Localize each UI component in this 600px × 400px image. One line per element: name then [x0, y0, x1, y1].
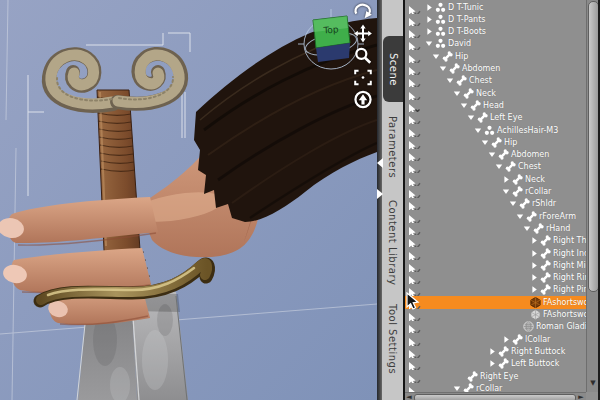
expand-closed-icon[interactable]: [502, 335, 510, 344]
expand-open-icon[interactable]: [481, 138, 489, 147]
scene-tree-row[interactable]: Hip: [405, 50, 586, 63]
expand-open-icon[interactable]: [516, 212, 524, 221]
expand-open-icon[interactable]: [453, 384, 461, 392]
expand-open-icon[interactable]: [488, 150, 496, 159]
expand-open-icon[interactable]: [523, 224, 531, 233]
pointer-check-icon[interactable]: [408, 63, 421, 75]
pointer-check-icon[interactable]: [408, 248, 421, 260]
scene-tree-row[interactable]: lCollar: [405, 333, 586, 346]
expand-closed-icon[interactable]: [425, 3, 433, 12]
expand-open-icon[interactable]: [467, 113, 475, 122]
expand-closed-icon[interactable]: [530, 285, 538, 294]
expand-closed-icon[interactable]: [530, 261, 538, 270]
pointer-x-icon[interactable]: [408, 100, 421, 112]
tab-content-library[interactable]: Content Library: [382, 192, 403, 293]
scene-tree-row[interactable]: Right Eye: [405, 370, 586, 383]
dock-collapse-left-icon[interactable]: [376, 158, 384, 168]
expand-open-icon[interactable]: [453, 89, 461, 98]
pointer-check-icon[interactable]: [408, 284, 421, 296]
scene-tree-row[interactable]: Right Mid 1: [405, 259, 586, 272]
scene-tree-row[interactable]: rHand: [405, 222, 586, 235]
pointer-check-icon[interactable]: [408, 223, 421, 235]
horizontal-scroll-thumb[interactable]: [414, 394, 576, 400]
horizontal-scrollbar[interactable]: ◄ ►: [405, 392, 586, 400]
pointer-check-icon[interactable]: [408, 2, 421, 14]
expand-closed-icon[interactable]: [425, 27, 433, 36]
scene-tree-row[interactable]: Chest: [405, 160, 586, 173]
scene-tree-row[interactable]: rCollar: [405, 185, 586, 198]
pointer-check-icon[interactable]: [408, 334, 421, 346]
pointer-check-icon[interactable]: [408, 358, 421, 370]
aim-camera-icon[interactable]: [353, 90, 373, 109]
expand-open-icon[interactable]: [439, 64, 447, 73]
expand-closed-icon[interactable]: [425, 15, 433, 24]
scene-tree-row[interactable]: David: [405, 37, 586, 50]
pointer-check-icon[interactable]: [408, 309, 421, 321]
pointer-check-icon[interactable]: [408, 14, 421, 26]
expand-closed-icon[interactable]: [488, 359, 496, 368]
scene-tree-row[interactable]: Roman Gladius uv: [405, 320, 586, 333]
pointer-check-icon[interactable]: [408, 346, 421, 358]
expand-open-icon[interactable]: [474, 126, 482, 135]
scene-tree-row[interactable]: AchillesHair-M3: [405, 124, 586, 137]
scene-tree-row[interactable]: Hip: [405, 136, 586, 149]
expand-closed-icon[interactable]: [530, 236, 538, 245]
pointer-check-icon[interactable]: [408, 51, 421, 63]
scene-tree-row[interactable]: Right Pinky 1: [405, 283, 586, 296]
scene-tree-row[interactable]: Right Index 1: [405, 247, 586, 260]
expand-closed-icon[interactable]: [530, 249, 538, 258]
expand-open-icon[interactable]: [502, 187, 510, 196]
scene-tree-row[interactable]: Left Buttock: [405, 357, 586, 370]
scene-tree-row[interactable]: Right Ring 1: [405, 271, 586, 284]
tab-parameters[interactable]: Parameters: [382, 104, 403, 190]
scene-tree-row[interactable]: D T-Tunic: [405, 1, 586, 14]
dock-collapse-right-icon[interactable]: [376, 189, 384, 199]
scene-tree-row[interactable]: Chest: [405, 74, 586, 87]
expand-open-icon[interactable]: [495, 162, 503, 171]
scene-tree-row[interactable]: Left Eye: [405, 111, 586, 124]
scene-tree-row[interactable]: FAshortswordS: [405, 308, 586, 321]
expand-open-icon[interactable]: [432, 52, 440, 61]
scene-tree-row[interactable]: D T-Boots: [405, 25, 586, 38]
pointer-check-icon[interactable]: [408, 149, 421, 161]
scroll-right-icon[interactable]: ►: [577, 392, 585, 400]
pointer-check-icon[interactable]: [408, 75, 421, 87]
scene-tree-row[interactable]: rCollar: [405, 382, 586, 392]
expand-open-icon[interactable]: [460, 101, 468, 110]
tab-tool-settings[interactable]: Tool Settings: [382, 294, 403, 385]
pointer-check-icon[interactable]: [408, 174, 421, 186]
expand-closed-icon[interactable]: [488, 347, 496, 356]
scene-tree-row[interactable]: D T-Pants: [405, 13, 586, 26]
frame-icon[interactable]: [353, 68, 373, 87]
pointer-check-icon[interactable]: [408, 26, 421, 38]
pointer-check-icon[interactable]: [408, 297, 421, 309]
expand-open-icon[interactable]: [509, 199, 517, 208]
pointer-check-icon[interactable]: [408, 272, 421, 284]
pointer-check-icon[interactable]: [408, 88, 421, 100]
scene-tree-row[interactable]: Neck: [405, 87, 586, 100]
scene-tree-row[interactable]: FAshortsword: [405, 296, 586, 309]
pointer-check-icon[interactable]: [408, 137, 421, 149]
scroll-left-icon[interactable]: ◄: [405, 392, 413, 400]
pointer-check-icon[interactable]: [408, 125, 421, 137]
expand-closed-icon[interactable]: [530, 273, 538, 282]
pointer-check-icon[interactable]: [408, 383, 421, 392]
pointer-check-icon[interactable]: [408, 161, 421, 173]
pointer-check-icon[interactable]: [408, 211, 421, 223]
scene-tree-row[interactable]: Right Thumb 1: [405, 234, 586, 247]
scene-tree-row[interactable]: rForeArm: [405, 210, 586, 223]
orbit-rotate-icon[interactable]: [353, 2, 373, 21]
pointer-check-icon[interactable]: [408, 112, 421, 124]
pointer-check-icon[interactable]: [408, 186, 421, 198]
pointer-check-icon[interactable]: [408, 38, 421, 50]
scene-tree-row[interactable]: Right Buttock: [405, 345, 586, 358]
pan-icon[interactable]: [353, 24, 373, 43]
scene-tree-row[interactable]: Head: [405, 99, 586, 112]
pointer-check-icon[interactable]: [408, 198, 421, 210]
scene-tree-row[interactable]: rShldr: [405, 197, 586, 210]
viewport-3d[interactable]: Top: [0, 0, 377, 400]
tab-scene[interactable]: Scene: [383, 36, 403, 102]
scene-tree-row[interactable]: Abdomen: [405, 148, 586, 161]
expand-open-icon[interactable]: [446, 76, 454, 85]
pointer-check-icon[interactable]: [408, 260, 421, 272]
